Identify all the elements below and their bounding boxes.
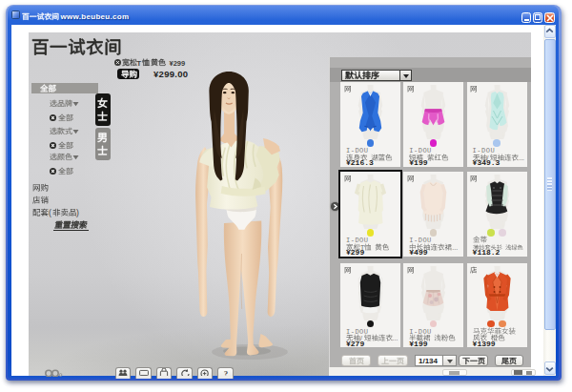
svg-text:?: ?: [223, 368, 227, 375]
